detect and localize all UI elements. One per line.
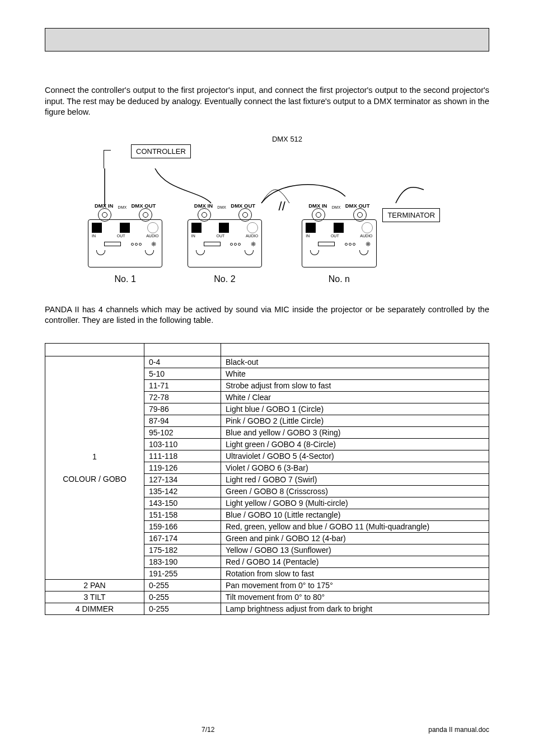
audio-port-icon — [362, 222, 373, 233]
audio-port-icon — [247, 222, 258, 233]
foot-icon — [245, 250, 254, 255]
dmx-small-label: DMX — [217, 205, 226, 209]
out-label: OUT — [216, 234, 224, 238]
out-label: OUT — [117, 234, 125, 238]
vent-icon: ❋ — [251, 241, 256, 248]
cell-value: 95-102 — [144, 426, 221, 438]
foot-icon — [310, 250, 319, 255]
cell-value: 167-174 — [144, 532, 221, 544]
cell-desc: Light blue / GOBO 1 (Circle) — [221, 403, 489, 415]
cell-desc: Pan movement from 0° to 175° — [221, 579, 489, 591]
cell-desc: Tilt movement from 0° to 80° — [221, 591, 489, 603]
channel-label: 2 PAN — [45, 579, 144, 591]
cell-desc: Green and pink / GOBO 12 (4-bar) — [221, 532, 489, 544]
fixture-1: DMX IN DMX DMX OUT — [88, 203, 162, 284]
dmx-channel-table: 1 COLOUR / GOBO 0-4 Black-out 5-10White … — [45, 343, 489, 615]
audio-label: AUDIO — [146, 234, 158, 238]
cell-desc: Green / GOBO 8 (Crisscross) — [221, 485, 489, 497]
foot-icon — [145, 250, 154, 255]
cell-value: 5-10 — [144, 368, 221, 379]
slot-icon — [318, 242, 335, 246]
page-footer: 7/12 panda II manual.doc — [45, 726, 489, 734]
cell-value: 175-182 — [144, 544, 221, 556]
cell-value: 143-150 — [144, 497, 221, 509]
cell-desc: Strobe adjust from slow to fast — [221, 379, 489, 391]
cell-desc: Ultraviolet / GOBO 5 (4-Sector) — [221, 450, 489, 462]
foot-icon — [196, 250, 205, 255]
in-label: IN — [306, 234, 310, 238]
table-row: 3 TILT 0-255 Tilt movement from 0° to 80… — [45, 591, 489, 603]
cell-value: 87-94 — [144, 415, 221, 426]
port-in-icon — [306, 223, 316, 233]
cell-value: 159-166 — [144, 520, 221, 532]
channel-number: 1 — [50, 452, 139, 461]
cell-value: 103-110 — [144, 438, 221, 450]
cell-desc: White / Clear — [221, 391, 489, 403]
chain-break-icon: // — [262, 199, 302, 214]
table-intro-paragraph: PANDA II has 4 channels which may be act… — [45, 304, 489, 326]
cell-value: 183-190 — [144, 556, 221, 567]
foot-icon — [96, 250, 105, 255]
cell-value: 119-126 — [144, 462, 221, 473]
cell-value: 0-4 — [144, 356, 221, 368]
cell-value: 0-255 — [144, 591, 221, 603]
port-in-icon — [92, 223, 102, 233]
cell-value: 0-255 — [144, 603, 221, 614]
leds-icon — [131, 243, 142, 246]
cell-desc: Lamp brightness adjust from dark to brig… — [221, 603, 489, 614]
cell-value: 11-71 — [144, 379, 221, 391]
channel-name: COLOUR / GOBO — [50, 475, 139, 483]
cell-desc: Blue / GOBO 10 (Little rectangle) — [221, 509, 489, 520]
cell-desc: White — [221, 368, 489, 379]
cell-desc: Pink / GOBO 2 (Little Circle) — [221, 415, 489, 426]
port-out-icon — [334, 223, 344, 233]
table-header-row — [45, 343, 489, 356]
in-label: IN — [191, 234, 195, 238]
cell-desc: Red, green, yellow and blue / GOBO 11 (M… — [221, 520, 489, 532]
dmx-small-label: DMX — [332, 205, 341, 209]
cell-value: 0-255 — [144, 579, 221, 591]
cell-desc: Violet / GOBO 6 (3-Bar) — [221, 462, 489, 473]
terminator: TERMINATOR — [377, 203, 446, 222]
fixture-2: DMX IN DMX DMX OUT — [188, 203, 262, 284]
cell-desc: Rotation from slow to fast — [221, 567, 489, 579]
leds-icon — [345, 243, 355, 246]
page: Connect the controller's output to the f… — [0, 0, 534, 756]
cell-value: 79-86 — [144, 403, 221, 415]
controller-box: CONTROLLER — [131, 144, 191, 158]
cell-desc: Light red / GOBO 7 (Swirl) — [221, 473, 489, 485]
cell-value: 191-255 — [144, 567, 221, 579]
cell-desc: Red / GOBO 14 (Pentacle) — [221, 556, 489, 567]
audio-label: AUDIO — [246, 234, 258, 238]
in-label: IN — [92, 234, 96, 238]
table-row: 4 DIMMER 0-255 Lamp brightness adjust fr… — [45, 603, 489, 614]
cell-value: 72-78 — [144, 391, 221, 403]
vent-icon: ❋ — [366, 241, 371, 248]
caption-no2: No. 2 — [188, 274, 262, 284]
table-row: 2 PAN 0-255 Pan movement from 0° to 175° — [45, 579, 489, 591]
dmx-small-label: DMX — [118, 205, 127, 209]
fixture-n: DMX IN DMX DMX OUT — [302, 203, 376, 284]
cell-desc: Blue and yellow / GOBO 3 (Ring) — [221, 426, 489, 438]
table-row: 1 COLOUR / GOBO 0-4 Black-out — [45, 356, 489, 368]
cell-desc: Light yellow / GOBO 9 (Multi-circle) — [221, 497, 489, 509]
dmx-diagram: DMX 512 CONTROLLER DMX IN DMX DMX OU — [45, 135, 489, 284]
cell-desc: Light green / GOBO 4 (8-Circle) — [221, 438, 489, 450]
dmx512-label: DMX 512 — [128, 135, 446, 143]
terminator-box: TERMINATOR — [382, 208, 440, 222]
vent-icon: ❋ — [151, 241, 156, 248]
cell-value: 151-158 — [144, 509, 221, 520]
cell-value: 127-134 — [144, 473, 221, 485]
doc-name: panda II manual.doc — [428, 726, 489, 734]
channel-label: 4 DIMMER — [45, 603, 144, 614]
cell-desc: Black-out — [221, 356, 489, 368]
port-out-icon — [120, 223, 130, 233]
header-banner — [45, 28, 489, 51]
cell-desc: Yellow / GOBO 13 (Sunflower) — [221, 544, 489, 556]
foot-icon — [359, 250, 368, 255]
slot-icon — [104, 242, 121, 246]
intro-paragraph: Connect the controller's output to the f… — [45, 85, 489, 118]
channel-label: 3 TILT — [45, 591, 144, 603]
cell-value: 135-142 — [144, 485, 221, 497]
port-in-icon — [191, 223, 202, 233]
